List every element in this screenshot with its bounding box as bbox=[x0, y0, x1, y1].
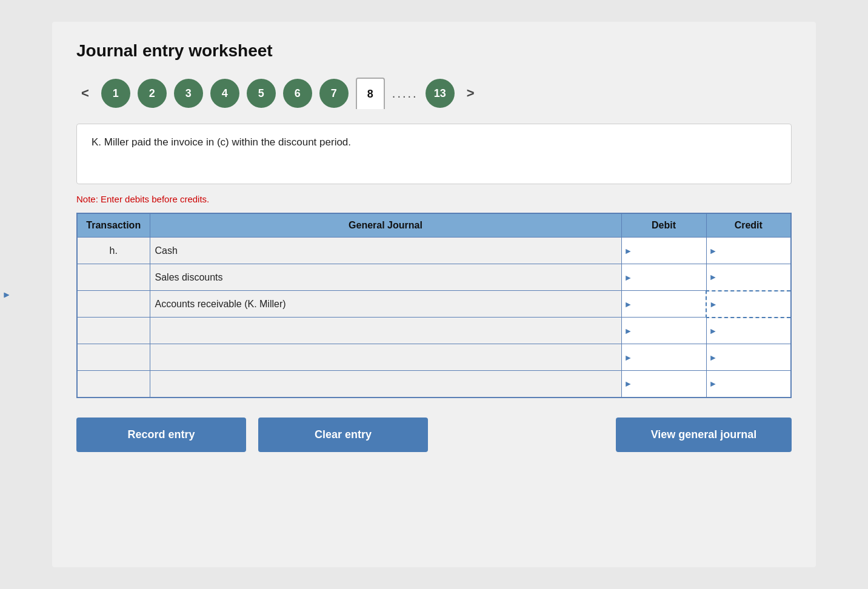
credit-cell[interactable]: ► bbox=[706, 344, 791, 371]
credit-input[interactable] bbox=[713, 323, 785, 339]
step-3[interactable]: 3 bbox=[174, 79, 203, 108]
transaction-cell bbox=[77, 371, 150, 398]
debit-arrow-icon: ► bbox=[624, 273, 633, 282]
table-row: Accounts receivable (K. Miller) ► ► bbox=[77, 291, 791, 318]
description-box: K. Miller paid the invoice in (c) within… bbox=[76, 124, 792, 184]
debit-arrow-icon: ► bbox=[624, 326, 633, 336]
credit-arrow-icon: ► bbox=[709, 246, 718, 256]
debit-input[interactable] bbox=[628, 349, 700, 365]
buttons-row: Record entry Clear entry View general jo… bbox=[76, 418, 792, 452]
credit-cell[interactable]: ► bbox=[706, 264, 791, 291]
debit-arrow-icon: ► bbox=[624, 299, 633, 309]
debit-input[interactable] bbox=[628, 296, 700, 312]
journal-cell: Sales discounts bbox=[150, 264, 621, 291]
journal-cell: ► bbox=[150, 344, 621, 371]
transaction-cell bbox=[77, 318, 150, 344]
step-6[interactable]: 6 bbox=[283, 79, 312, 108]
step-5[interactable]: 5 bbox=[247, 79, 276, 108]
credit-input[interactable] bbox=[713, 349, 785, 365]
credit-input[interactable] bbox=[713, 242, 785, 259]
debit-input[interactable] bbox=[628, 242, 700, 259]
table-row: ► ► ► bbox=[77, 371, 791, 398]
general-journal-header: General Journal bbox=[150, 213, 621, 238]
step-8[interactable]: 8 bbox=[356, 78, 385, 109]
record-entry-button[interactable]: Record entry bbox=[76, 418, 246, 452]
step-4[interactable]: 4 bbox=[210, 79, 239, 108]
journal-cell: ► bbox=[150, 318, 621, 344]
view-general-journal-button[interactable]: View general journal bbox=[616, 418, 792, 452]
debit-header: Debit bbox=[621, 213, 706, 238]
credit-arrow-icon: ► bbox=[709, 353, 718, 362]
prev-arrow[interactable]: < bbox=[76, 83, 94, 104]
credit-arrow-icon: ► bbox=[709, 272, 718, 282]
pagination-dots: ..... bbox=[392, 87, 418, 101]
journal-cell: Accounts receivable (K. Miller) bbox=[150, 291, 621, 318]
transaction-cell: h. bbox=[77, 238, 150, 264]
transaction-header: Transaction bbox=[77, 213, 150, 238]
step-1[interactable]: 1 bbox=[101, 79, 130, 108]
table-row: ► ► ► bbox=[77, 344, 791, 371]
debit-cell[interactable]: ► bbox=[621, 291, 706, 318]
description-text: K. Miller paid the invoice in (c) within… bbox=[92, 136, 351, 148]
credit-cell[interactable]: ► bbox=[706, 371, 791, 398]
transaction-cell bbox=[77, 344, 150, 371]
step-13[interactable]: 13 bbox=[426, 79, 455, 108]
debit-input[interactable] bbox=[628, 269, 700, 285]
page-title: Journal entry worksheet bbox=[76, 41, 792, 61]
transaction-cell bbox=[77, 291, 150, 318]
credit-arrow-icon: ► bbox=[709, 379, 718, 388]
credit-cell[interactable]: ► bbox=[706, 318, 791, 344]
debit-cell[interactable]: ► bbox=[621, 344, 706, 371]
pagination: < 1 2 3 4 5 6 7 8 ..... 13 > bbox=[76, 78, 792, 109]
credit-arrow-icon: ► bbox=[709, 299, 718, 309]
credit-input[interactable] bbox=[713, 376, 785, 392]
debit-input[interactable] bbox=[628, 322, 700, 339]
credit-cell[interactable]: ► bbox=[706, 238, 791, 264]
credit-input-active[interactable] bbox=[713, 296, 784, 312]
debit-arrow-icon: ► bbox=[624, 379, 633, 388]
credit-arrow-icon: ► bbox=[709, 326, 718, 336]
debit-arrow-icon: ► bbox=[624, 246, 633, 256]
journal-cell: ► bbox=[150, 371, 621, 398]
credit-input[interactable] bbox=[713, 269, 785, 285]
debit-arrow-icon: ► bbox=[624, 353, 633, 362]
journal-cell: Cash bbox=[150, 238, 621, 264]
debit-input[interactable] bbox=[628, 376, 700, 392]
journal-table: Transaction General Journal Debit Credit… bbox=[76, 213, 792, 398]
next-arrow[interactable]: > bbox=[462, 83, 479, 104]
transaction-cell bbox=[77, 264, 150, 291]
journal-arrow-icon: ► bbox=[2, 290, 11, 299]
clear-entry-button[interactable]: Clear entry bbox=[258, 418, 428, 452]
note-text: Note: Enter debits before credits. bbox=[76, 194, 792, 204]
table-row: h. Cash ► ► bbox=[77, 238, 791, 264]
table-row: Sales discounts ► ► bbox=[77, 264, 791, 291]
credit-header: Credit bbox=[706, 213, 791, 238]
table-row: ► ► ► bbox=[77, 318, 791, 344]
step-7[interactable]: 7 bbox=[319, 79, 349, 108]
main-container: Journal entry worksheet < 1 2 3 4 5 6 7 … bbox=[52, 22, 816, 567]
debit-cell[interactable]: ► bbox=[621, 371, 706, 398]
step-2[interactable]: 2 bbox=[138, 79, 167, 108]
debit-cell[interactable]: ► bbox=[621, 318, 706, 344]
credit-cell-active[interactable]: ► bbox=[706, 291, 791, 318]
debit-cell[interactable]: ► bbox=[621, 238, 706, 264]
debit-cell[interactable]: ► bbox=[621, 264, 706, 291]
